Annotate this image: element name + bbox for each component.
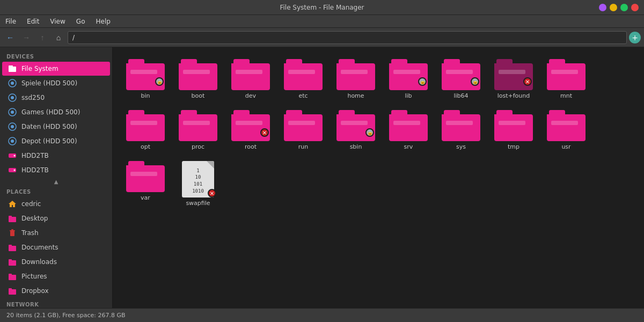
file-item-run[interactable]: run <box>279 107 327 153</box>
folder-shine <box>446 121 473 125</box>
up-button[interactable]: ↑ <box>35 31 49 45</box>
folder-graphic <box>389 110 428 141</box>
error-badge: ✕ <box>260 128 269 137</box>
sidebar-item-downloads[interactable]: Downloads <box>2 255 110 269</box>
folder-body <box>389 63 428 90</box>
svg-point-5 <box>11 96 14 99</box>
pictures-folder-icon <box>8 272 17 281</box>
status-text: 20 items (2.1 GB), Free space: 267.8 GB <box>6 312 126 319</box>
maximize-button[interactable] <box>620 4 628 11</box>
sidebar-item-ssd250[interactable]: ssd250 <box>2 91 110 105</box>
folder-shine <box>446 70 473 74</box>
sidebar-item-documents[interactable]: Documents <box>2 240 110 254</box>
file-item-dev[interactable]: dev <box>226 56 275 103</box>
menu-go[interactable]: Go <box>74 17 87 26</box>
file-item-swapfile[interactable]: 1101011010 ✕ swapfile <box>174 158 222 210</box>
file-item-sys[interactable]: sys <box>437 107 485 153</box>
menubar: File Edit View Go Help <box>0 15 644 28</box>
sidebar-item-desktop[interactable]: Desktop <box>2 211 110 225</box>
location-bar[interactable]: / <box>68 31 627 44</box>
sidebar-item-hdd2tb-1[interactable]: HDD2TB <box>2 149 110 163</box>
error-badge: ✕ <box>523 77 532 86</box>
sidebar-item-label-downloads: Downloads <box>21 258 57 266</box>
sidebar-item-trash[interactable]: Trash <box>2 226 110 240</box>
file-name-lib64: lib64 <box>453 92 468 99</box>
trash-icon <box>8 228 17 238</box>
unmaximize-button[interactable] <box>610 4 617 11</box>
file-item-lib64[interactable]: 🔒 lib64 <box>437 56 485 103</box>
menu-help[interactable]: Help <box>93 17 112 26</box>
folder-body <box>442 114 480 141</box>
file-item-usr[interactable]: usr <box>542 107 590 153</box>
drive-icon-ssd250 <box>8 93 17 103</box>
file-item-tmp[interactable]: tmp <box>489 107 538 153</box>
file-item-mnt[interactable]: mnt <box>542 56 590 103</box>
file-item-etc[interactable]: etc <box>279 56 327 103</box>
folder-shine <box>183 121 210 125</box>
file-item-srv[interactable]: srv <box>384 107 433 153</box>
sidebar-item-label-pictures: Pictures <box>21 273 47 280</box>
svg-point-9 <box>11 125 14 128</box>
sidebar-item-depot[interactable]: Depot (HDD 500) <box>2 134 110 148</box>
sidebar-item-games[interactable]: Games (HDD 500) <box>2 105 110 119</box>
home-button[interactable]: ⌂ <box>52 31 65 45</box>
folder-shine <box>499 70 525 74</box>
folder-graphic: 🔒 <box>389 59 428 90</box>
folder-graphic <box>547 110 586 141</box>
folder-graphic <box>231 59 270 90</box>
folder-graphic: 🔒 <box>442 59 480 90</box>
file-item-proc[interactable]: proc <box>174 107 222 153</box>
sidebar-item-spiele[interactable]: Spiele (HDD 500) <box>2 76 110 90</box>
folder-graphic <box>179 59 217 90</box>
sidebar-item-daten[interactable]: Daten (HDD 500) <box>2 120 110 134</box>
svg-rect-24 <box>9 260 16 266</box>
open-location-button[interactable]: + <box>629 32 641 43</box>
folder-shine <box>183 70 210 74</box>
file-item-sbin[interactable]: 🔒 sbin <box>332 107 380 153</box>
sidebar-item-label-hdd2tb-2: HDD2TB <box>21 166 49 174</box>
file-item-lib[interactable]: 🔒 lib <box>384 56 433 103</box>
hdd-icon-2 <box>8 165 17 175</box>
file-item-bin[interactable]: 🔒 bin <box>121 56 170 103</box>
lock-badge: 🔒 <box>418 77 427 86</box>
sidebar-item-dropbox[interactable]: Dropbox <box>2 284 110 298</box>
folder-graphic <box>284 110 323 141</box>
sidebar-item-cedric[interactable]: cedric <box>2 197 110 211</box>
drive-icon-spiele <box>8 78 17 88</box>
file-name-srv: srv <box>404 143 413 150</box>
menu-edit[interactable]: Edit <box>25 17 41 26</box>
menu-view[interactable]: View <box>48 17 67 26</box>
sidebar-item-label-documents: Documents <box>21 244 58 251</box>
sidebar-item-label-depot: Depot (HDD 500) <box>21 137 77 145</box>
main-layout: DEVICES File System Spiele (HDD 500) ssd… <box>0 47 644 308</box>
file-name-etc: etc <box>298 92 308 99</box>
sidebar-item-hdd2tb-2[interactable]: HDD2TB <box>2 163 110 177</box>
svg-point-13 <box>14 155 16 157</box>
file-item-root[interactable]: ✕ root <box>226 107 275 153</box>
file-name-dev: dev <box>245 92 256 99</box>
file-item-opt[interactable]: opt <box>121 107 170 153</box>
file-item-home[interactable]: home <box>332 56 380 103</box>
dropbox-folder-icon <box>8 286 17 296</box>
location-text: / <box>72 34 75 41</box>
file-name-lost+found: lost+found <box>497 92 530 99</box>
sidebar-item-filesystem[interactable]: File System <box>2 62 110 76</box>
svg-point-11 <box>11 140 14 143</box>
error-badge: ✕ <box>208 189 216 197</box>
file-name-boot: boot <box>192 92 205 99</box>
forward-button[interactable]: → <box>19 31 33 45</box>
menu-file[interactable]: File <box>3 17 18 26</box>
folder-shine <box>551 121 578 125</box>
close-button[interactable] <box>631 4 639 11</box>
folder-graphic <box>442 110 480 141</box>
folder-shine <box>236 70 262 74</box>
file-item-lost+found[interactable]: ✕ lost+found <box>489 56 538 103</box>
folder-shine <box>130 121 157 125</box>
file-item-boot[interactable]: boot <box>174 56 222 103</box>
minimize-button[interactable] <box>599 4 606 11</box>
back-button[interactable]: ← <box>3 31 17 45</box>
sidebar-item-pictures[interactable]: Pictures <box>2 269 110 283</box>
folder-body <box>336 114 375 141</box>
file-item-var[interactable]: var <box>121 158 170 210</box>
folder-graphic <box>494 110 533 141</box>
